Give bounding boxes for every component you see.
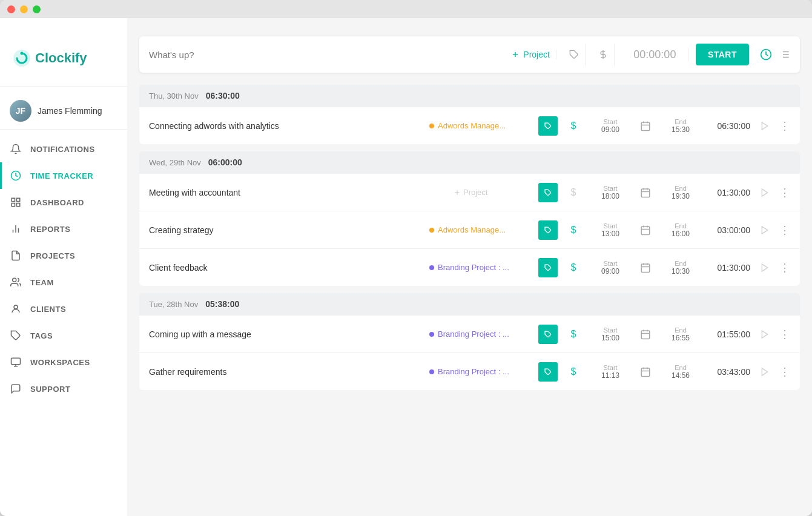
play-button[interactable] (760, 188, 770, 197)
sidebar-label-tags: TAGS (30, 331, 53, 340)
calendar-icon[interactable] (640, 225, 651, 236)
clock-icon (10, 170, 22, 182)
play-button[interactable] (760, 329, 770, 339)
time-entry: Creating strategy Adwords Manage... $ St… (139, 211, 800, 248)
billable-button[interactable]: $ (564, 220, 583, 240)
billable-button[interactable]: $ (564, 362, 583, 382)
tag-button[interactable] (538, 325, 558, 344)
tag-button[interactable] (538, 362, 558, 382)
logo-area: Clockify (0, 36, 127, 86)
entry-duration: 01:55:00 (708, 329, 750, 339)
minimize-button[interactable] (20, 5, 28, 13)
tag-button[interactable] (564, 44, 586, 65)
list-view-icon[interactable] (779, 49, 790, 60)
sidebar-item-tags[interactable]: TAGS (0, 322, 127, 349)
tag-button[interactable] (538, 116, 558, 136)
start-time: Start15:00 (589, 326, 632, 342)
entry-description: Client feedback (149, 263, 423, 273)
tag-button[interactable] (538, 220, 558, 240)
end-time: End15:30 (659, 118, 702, 134)
entry-description: Meeting with accountant (149, 188, 447, 197)
svg-rect-44 (641, 264, 650, 273)
play-button[interactable] (760, 225, 770, 235)
user-profile[interactable]: JF James Flemming (0, 93, 127, 129)
date-label-tue: Tue, 28th Nov (149, 300, 198, 309)
date-header-wed: Wed, 29th Nov 06:00:00 (139, 151, 800, 173)
calendar-icon[interactable] (640, 262, 651, 273)
billable-button[interactable]: $ (564, 116, 583, 136)
date-label-thu: Thu, 30th Nov (149, 91, 199, 101)
svg-marker-31 (762, 122, 767, 130)
add-project-button[interactable]: Project (454, 188, 532, 197)
entry-project[interactable]: Branding Project : ... (429, 329, 532, 339)
svg-marker-53 (762, 331, 767, 338)
sidebar-label-time-tracker: TIME TRACKER (30, 171, 93, 180)
history-icon[interactable] (760, 48, 772, 61)
entry-duration: 01:30:00 (708, 188, 750, 197)
logo-icon (12, 48, 31, 68)
more-options-button[interactable]: ⋮ (779, 328, 790, 341)
support-icon (10, 383, 22, 395)
svg-point-10 (13, 278, 16, 282)
sidebar-item-notifications[interactable]: NOTIFICATIONS (0, 136, 127, 162)
svg-point-1 (21, 52, 24, 55)
tag-button[interactable] (538, 258, 558, 277)
play-button[interactable] (760, 367, 770, 377)
date-total-thu: 06:30:00 (206, 91, 240, 101)
main-content: Project 00:00:00 START (127, 18, 812, 516)
project-dot (429, 124, 434, 128)
billable-button[interactable]: $ (564, 325, 583, 344)
time-entry: Coming up with a message Branding Projec… (139, 315, 800, 352)
entry-project[interactable]: Branding Project : ... (429, 367, 532, 376)
sidebar-label-dashboard: DASHBOARD (30, 198, 84, 207)
calendar-icon[interactable] (640, 366, 651, 377)
entry-project[interactable]: Adwords Manage... (429, 225, 532, 234)
sidebar-item-projects[interactable]: PROJECTS (0, 242, 127, 269)
sidebar-label-support: SUPPORT (30, 385, 70, 394)
sidebar-item-clients[interactable]: CLIENTS (0, 296, 127, 322)
more-options-button[interactable]: ⋮ (779, 186, 790, 199)
date-header-thu: Thu, 30th Nov 06:30:00 (139, 85, 800, 107)
more-options-button[interactable]: ⋮ (779, 365, 790, 379)
entry-duration: 01:30:00 (708, 263, 750, 273)
sidebar-item-dashboard[interactable]: DASHBOARD (0, 189, 127, 216)
billable-button[interactable] (593, 44, 615, 65)
sidebar-label-notifications: NOTIFICATIONS (30, 145, 95, 154)
sidebar-item-team[interactable]: TEAM (0, 269, 127, 296)
sidebar-item-workspaces[interactable]: WORKSPACES (0, 349, 127, 375)
billable-button[interactable]: $ (564, 183, 583, 202)
start-button[interactable]: START (696, 44, 749, 65)
close-button[interactable] (7, 5, 15, 13)
more-options-button[interactable]: ⋮ (779, 223, 790, 237)
tag-button[interactable] (538, 183, 558, 202)
add-project-button[interactable]: Project (505, 50, 556, 59)
sidebar-item-reports[interactable]: REPORTS (0, 216, 127, 242)
sidebar-label-team: TEAM (30, 278, 54, 287)
play-button[interactable] (760, 263, 770, 273)
calendar-icon[interactable] (640, 329, 651, 340)
logo-text: Clockify (35, 50, 87, 66)
svg-point-11 (14, 305, 18, 309)
date-header-tue: Tue, 28th Nov 05:38:00 (139, 293, 800, 315)
more-options-button[interactable]: ⋮ (779, 261, 790, 274)
sidebar-item-support[interactable]: SUPPORT (0, 375, 127, 402)
more-options-button[interactable]: ⋮ (779, 119, 790, 133)
entry-project[interactable]: Branding Project : ... (429, 263, 532, 272)
project-name: Adwords Manage... (438, 121, 506, 130)
maximize-button[interactable] (33, 5, 41, 13)
svg-rect-3 (12, 198, 15, 201)
date-group-tue: Tue, 28th Nov 05:38:00 Coming up with a … (139, 293, 800, 390)
sidebar-item-time-tracker[interactable]: TIME TRACKER (0, 162, 127, 189)
project-dot (429, 332, 434, 337)
description-input[interactable] (149, 50, 498, 60)
calendar-icon[interactable] (640, 121, 651, 131)
time-entry: Gather requirements Branding Project : .… (139, 352, 800, 390)
svg-rect-4 (17, 198, 20, 201)
billable-button[interactable]: $ (564, 258, 583, 277)
play-button[interactable] (760, 121, 770, 131)
dashboard-icon (10, 196, 22, 208)
sidebar-label-projects: PROJECTS (30, 251, 75, 260)
entry-project[interactable]: Adwords Manage... (429, 121, 532, 130)
calendar-icon[interactable] (640, 187, 651, 198)
svg-rect-6 (17, 203, 20, 207)
